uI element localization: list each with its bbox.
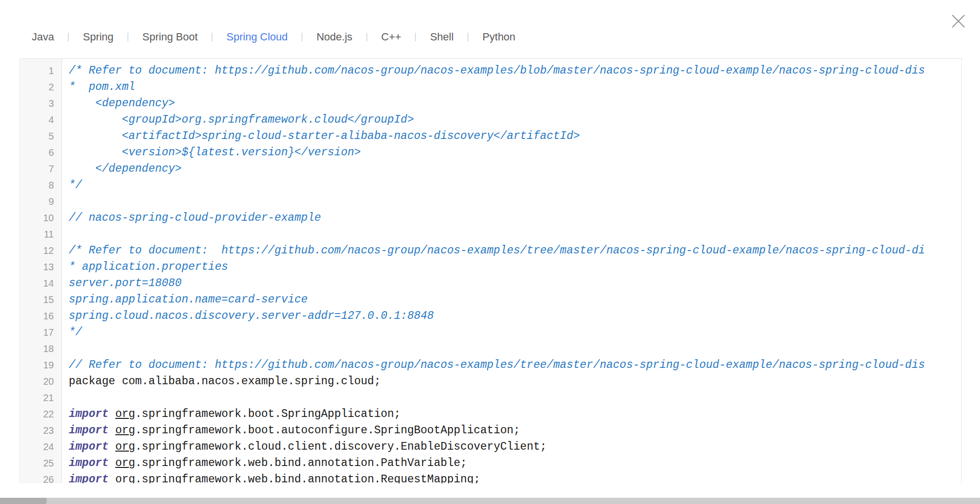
code-text: spring.cloud.nacos.discovery.server-addr… <box>62 308 961 324</box>
tab-separator <box>212 33 213 41</box>
code-segment-comment: // Refer to document: https://github.com… <box>69 359 925 371</box>
line-number: 9 <box>20 193 62 210</box>
code-line: 16spring.cloud.nacos.discovery.server-ad… <box>20 308 961 324</box>
code-segment-comment: spring.application.name=card-service <box>69 293 308 306</box>
code-segment-underline: org <box>115 473 135 483</box>
tab-c-[interactable]: C++ <box>381 31 402 43</box>
code-segment-underline: org <box>115 457 135 469</box>
line-number: 26 <box>20 471 62 483</box>
code-text <box>62 340 961 357</box>
code-segment-keyword: import <box>69 408 109 420</box>
line-number: 14 <box>20 275 62 291</box>
line-number-gutter <box>20 59 62 63</box>
code-text: server.port=18080 <box>62 275 961 291</box>
code-line: 14server.port=18080 <box>20 275 961 291</box>
code-segment-comment: */ <box>69 326 82 339</box>
code-segment-plain: package com.alibaba.nacos.example.spring… <box>69 375 381 388</box>
line-number: 18 <box>20 340 62 357</box>
code-line: 1/* Refer to document: https://github.co… <box>20 63 961 79</box>
line-number: 13 <box>20 259 62 275</box>
code-segment-comment: * application.properties <box>69 261 228 273</box>
tab-node-js[interactable]: Node.js <box>316 31 352 43</box>
code-segment-keyword: import <box>69 424 109 437</box>
code-text: <artifactId>spring-cloud-starter-alibaba… <box>62 128 961 144</box>
code-segment-comment: <version>${latest.version}</version> <box>69 146 361 159</box>
code-segment-comment: <groupId>org.springframework.cloud</grou… <box>69 113 414 126</box>
line-number: 24 <box>20 439 62 455</box>
code-segment-plain: .springframework.web.bind.annotation.Req… <box>135 473 480 483</box>
code-segment-comment: spring.cloud.nacos.discovery.server-addr… <box>69 310 434 322</box>
code-panel: 1/* Refer to document: https://github.co… <box>19 58 962 483</box>
code-text: // Refer to document: https://github.com… <box>62 357 961 373</box>
code-line: 15spring.application.name=card-service <box>20 291 961 308</box>
language-tabs: JavaSpringSpring BootSpring CloudNode.js… <box>32 27 515 47</box>
tab-spring-cloud[interactable]: Spring Cloud <box>226 31 288 43</box>
code-text <box>62 193 961 210</box>
horizontal-scrollbar-track[interactable] <box>0 498 980 504</box>
code-segment-keyword: import <box>69 473 109 483</box>
code-line: 22import org.springframework.boot.Spring… <box>20 406 961 422</box>
code-segment-comment: */ <box>69 179 82 191</box>
code-text <box>62 390 961 406</box>
code-segment-comment: // nacos-spring-cloud-provider-example <box>69 212 321 224</box>
code-segment-comment: </dependency> <box>69 163 182 175</box>
code-line: 10// nacos-spring-cloud-provider-example <box>20 210 961 226</box>
line-number: 20 <box>20 373 62 390</box>
code-line: 17*/ <box>20 324 961 340</box>
code-line: 21 <box>20 390 961 406</box>
tab-spring[interactable]: Spring <box>83 31 113 43</box>
line-number: 7 <box>20 161 62 177</box>
code-text: <version>${latest.version}</version> <box>62 144 961 161</box>
code-segment-plain: .springframework.cloud.client.discovery.… <box>135 441 547 453</box>
code-segment-comment: <dependency> <box>69 97 175 110</box>
code-segment-keyword: import <box>69 441 109 453</box>
code-text: import org.springframework.web.bind.anno… <box>62 471 961 483</box>
code-text: import org.springframework.boot.SpringAp… <box>62 406 961 422</box>
code-text: /* Refer to document: https://github.com… <box>62 242 961 259</box>
line-number: 10 <box>20 210 62 226</box>
tab-separator <box>68 33 69 41</box>
code-line: 18 <box>20 340 961 357</box>
line-number: 15 <box>20 291 62 308</box>
code-segment-comment: /* Refer to document: https://github.com… <box>69 64 925 77</box>
code-lines: 1/* Refer to document: https://github.co… <box>20 59 961 483</box>
code-line: 13* application.properties <box>20 259 961 275</box>
line-number: 16 <box>20 308 62 324</box>
tab-java[interactable]: Java <box>32 31 54 43</box>
line-number: 23 <box>20 422 62 439</box>
code-segment-keyword: import <box>69 457 109 469</box>
line-number: 11 <box>20 226 62 242</box>
code-segment-plain <box>109 441 115 453</box>
code-text: import org.springframework.cloud.client.… <box>62 439 961 455</box>
line-number: 5 <box>20 128 62 144</box>
line-number: 12 <box>20 242 62 259</box>
tab-separator <box>467 33 468 41</box>
close-button[interactable] <box>951 14 966 28</box>
code-text: import org.springframework.web.bind.anno… <box>62 455 961 471</box>
code-segment-underline: org <box>115 441 135 453</box>
line-number: 2 <box>20 79 62 95</box>
code-line: 20package com.alibaba.nacos.example.spri… <box>20 373 961 390</box>
code-segment-plain <box>109 473 115 483</box>
tab-python[interactable]: Python <box>482 31 515 43</box>
tab-spring-boot[interactable]: Spring Boot <box>142 31 198 43</box>
code-line: 2* pom.xml <box>20 79 961 95</box>
code-line: 8*/ <box>20 177 961 193</box>
code-text: */ <box>62 324 961 340</box>
code-segment-plain: .springframework.boot.SpringApplication; <box>135 408 401 420</box>
code-line: 25import org.springframework.web.bind.an… <box>20 455 961 471</box>
code-line: 19// Refer to document: https://github.c… <box>20 357 961 373</box>
tab-shell[interactable]: Shell <box>430 31 453 43</box>
code-segment-comment: server.port=18080 <box>69 277 182 290</box>
line-number: 1 <box>20 63 62 79</box>
code-line: 23import org.springframework.boot.autoco… <box>20 422 961 439</box>
line-number: 6 <box>20 144 62 161</box>
line-number: 17 <box>20 324 62 340</box>
line-number: 19 <box>20 357 62 373</box>
line-number: 3 <box>20 95 62 112</box>
tab-separator <box>415 33 416 41</box>
horizontal-scrollbar-thumb[interactable] <box>0 498 47 504</box>
tab-separator <box>366 33 367 41</box>
code-text: // nacos-spring-cloud-provider-example <box>62 210 961 226</box>
code-text: <dependency> <box>62 95 961 112</box>
